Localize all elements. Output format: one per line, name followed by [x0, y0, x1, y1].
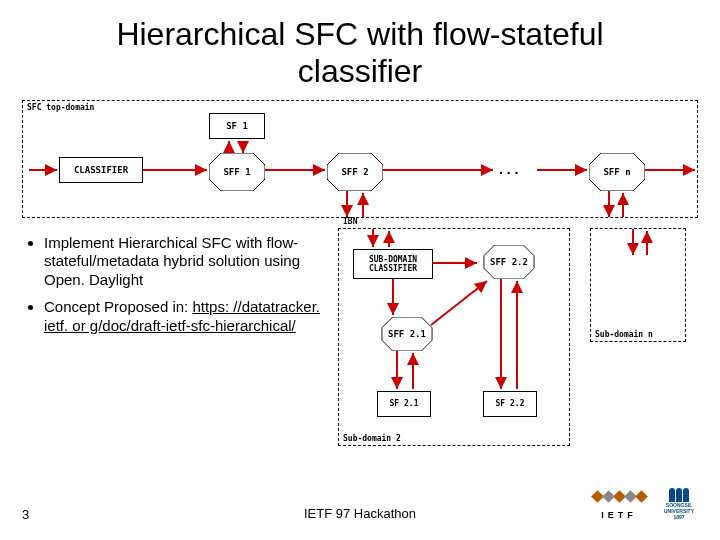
sub2-arrows: [339, 229, 569, 445]
subn-arrows: [591, 229, 685, 341]
sub-domain-2-label: Sub-domain 2: [343, 434, 401, 443]
svg-line-21: [431, 281, 487, 325]
sub-domain-n-diagram: Sub-domain n: [590, 228, 686, 342]
slide-title: Hierarchical SFC with flow-stateful clas…: [98, 16, 622, 90]
top-domain-diagram: SFC top-domain CLASSIFIER SF 1 SFF 1 SFF…: [22, 100, 698, 218]
bullet-2: Concept Proposed in: https: //datatracke…: [44, 298, 330, 336]
sub-domain-n-label: Sub-domain n: [595, 330, 653, 339]
sub-domain-2-diagram: IBN SUB-DOMAIN CLASSIFIER SFF 2.2 SFF 2.…: [338, 228, 570, 446]
bullet-list: Implement Hierarchical SFC with flow-sta…: [18, 228, 338, 344]
ietf-logo: IETF: [588, 492, 650, 520]
soongsil-logo: SOONGSIL UNIVERSITY 1897: [656, 488, 702, 520]
bullet-1: Implement Hierarchical SFC with flow-sta…: [44, 234, 330, 290]
top-arrows: [23, 101, 697, 217]
slide-footer: 3 IETF 97 Hackathon IETF SOONGSIL UNIVER…: [0, 496, 720, 530]
page-number: 3: [22, 507, 29, 522]
ibn-label: IBN: [343, 217, 357, 226]
